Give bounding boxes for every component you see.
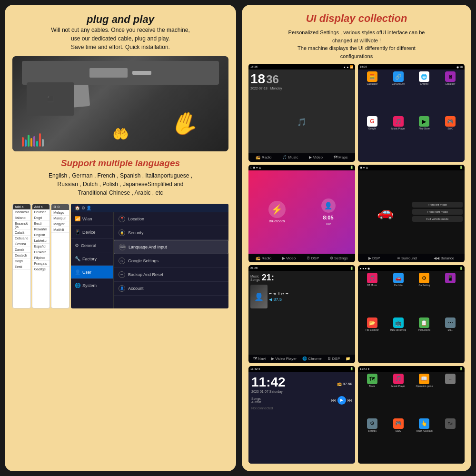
menu-user-label: User (82, 270, 91, 275)
nav-bottom-bar-3: 📻 Radio ▶ Video 🎚 DSP ⚙ Settings (248, 254, 355, 262)
car-seat-display: 🚗 Front left mode Front right mode Full … (358, 170, 465, 254)
menu-device-label: Device (82, 230, 96, 235)
app-placeholder: 📱 (438, 273, 463, 316)
app-playstore: ▶ Play Store (412, 116, 437, 159)
nav-radio: 📻 Radio (256, 155, 271, 159)
clock-date: 2022-07-18 Monday (250, 87, 353, 90)
ui-cell-app-grid: 18:39◉ 18 🧮 Calculator 🔗 Car Link 2.0 🌐 (358, 64, 465, 162)
app-instructions: 📋 Instructions (412, 317, 437, 361)
app-settings-3: ⚙ Settings (360, 418, 385, 462)
nav-filemgr: 📁 (346, 357, 350, 361)
submenu-google[interactable]: G Google Settings (114, 254, 228, 268)
app-fileexplorer: 📂 File Explorer (360, 317, 385, 361)
car-installation-image: ⬛ 🤲 (12, 56, 228, 151)
app-btmusic: 🎵 BT Music (360, 273, 385, 316)
app-grid2-display: 🎵 BT Music 🚗 Car Info ⚙ CarSetting � (358, 271, 465, 363)
menu-system[interactable]: 🌐 System (71, 279, 113, 292)
nav-dsp-3: 🎚 DSP (307, 256, 319, 260)
menu-general-label: General (81, 243, 96, 248)
statusbar-6: ● ● ● ◉🔋 (358, 265, 465, 271)
nav-music: 🎵 Music (282, 155, 298, 159)
submenu-location-label: Location (128, 217, 144, 221)
menu-wlan[interactable]: 📶 Wlan (71, 212, 113, 226)
nav-surround-tab: ≋ Surround (397, 256, 417, 260)
submenu-account-label: Account (128, 286, 144, 291)
seat-front-left[interactable]: Front left mode (412, 202, 463, 208)
app-more2: Tur (438, 418, 463, 462)
submenu-col: 📍 Location 🔒 Security ⌨ Lanquaqe And Inp… (114, 212, 228, 308)
nav-navi: 🗺 Navi (253, 357, 266, 361)
menu-device[interactable]: 📱 Device (71, 226, 113, 239)
app-swc-3: 🎮 SWC (386, 418, 411, 462)
clock2-time-value: 11:42 (251, 375, 286, 390)
nav-chrome-5: 🌐 Chrome (302, 357, 322, 361)
app-equalizer: 🎚 Equalizer (438, 71, 463, 115)
app-carsetting: ⚙ CarSetting (412, 273, 437, 316)
app-music-player-3: 🎵 Music Player (386, 374, 411, 417)
nav-radio-3: 📻 Radio (256, 256, 271, 260)
ui-cell-clock2: 11:42 ●🔋 11:42 2023-01-07 Saturday 📻 87.… (248, 366, 355, 464)
menu-factory[interactable]: 🔧 Factory (71, 252, 113, 266)
nav-dsp-eq: 🎚 DSP (327, 357, 340, 361)
statusbar-4: ◉ ● ▲🔋 (358, 165, 465, 170)
nav-settings-3: ⚙ Settings (330, 256, 348, 260)
submenu-backup[interactable]: ↩ Backup And Reset (114, 268, 228, 282)
nav-bottom-bar-1: 📻 Radio 🎵 Music ▶ Video 🗺 Maps (248, 153, 355, 162)
clock-display: 18 36 2022-07-18 Monday 🎵 (248, 69, 355, 153)
ui-cell-app-grid3: 11:42 ●🔋 🗺 Maps 🎵 Music Player 📖 (358, 366, 465, 464)
statusbar-8: 11:42 ●🔋 (358, 366, 465, 372)
settings-header: 🏠 ⚙ 👤 (71, 204, 228, 212)
bluetooth-display: ⚡ Bluetooth 👤 8:05 Tue (248, 170, 355, 254)
submenu-language-input[interactable]: ⌨ Lanquaqe And Input (114, 240, 228, 254)
app-touch-assistant: 👆 Touch Assistant (412, 418, 437, 462)
main-container: plug and play Will not cut any cables. O… (5, 5, 471, 471)
nav-video-player: ▶ Video Player (271, 357, 297, 361)
nav-balance-tab: ◀◀ Balance (434, 256, 454, 260)
ui-cell-app-grid2: ● ● ● ◉🔋 🎵 BT Music 🚗 Car Info ⚙ (358, 265, 465, 363)
submenu-language-label: Lanquaqe And Input (129, 245, 167, 249)
app-maps: 🗺 Maps (360, 374, 385, 417)
plug-text: Will not cut any cables. Once you receiv… (12, 26, 228, 51)
music-nav-display: MusicSongs 21: 👤 ⬅ ⏮ ⏸ ⏭ ➡ ◀ 87.5 (248, 271, 355, 355)
menu-system-label: System (82, 283, 97, 288)
app-carlink: 🔗 Car Link 2.0 (386, 71, 411, 115)
app-grid-display: 🧮 Calculator 🔗 Car Link 2.0 🌐 Chrome (358, 69, 465, 162)
submenu-location[interactable]: 📍 Location (114, 212, 228, 226)
right-panel: UI display collection Personalized Setti… (242, 5, 471, 471)
ui-cell-clock-home: 18:36● ▲ 📶 18 36 2022-07-18 Monday 🎵 (248, 64, 355, 162)
settings-mockup: Add a Indonesia Italiano Bosanski (la Ca… (12, 204, 228, 308)
statusbar-3: □ ◉ ● ▲🔋 (248, 165, 355, 170)
submenu-security[interactable]: 🔒 Security (114, 226, 228, 240)
app-placeholder2: ... (438, 374, 463, 417)
plug-section: plug and play Will not cut any cables. O… (12, 13, 228, 51)
clock2-display: 11:42 2023-01-07 Saturday 📻 87.50 SongsA… (248, 372, 355, 464)
ui-display-grid: 18:36● ▲ 📶 18 36 2022-07-18 Monday 🎵 (248, 64, 465, 464)
app-grid3-display: 🗺 Maps 🎵 Music Player 📖 Operation guide (358, 372, 465, 464)
app-music-player: 🎵 Music Player (386, 116, 411, 159)
ui-cell-car-seat: ◉ ● ▲🔋 🚗 Front left mode Front right mod… (358, 165, 465, 263)
languages-section: Support multiple languages English , Ger… (12, 158, 228, 197)
menu-user[interactable]: 👤 User (71, 266, 113, 279)
submenu-account[interactable]: 👤 Account (114, 282, 228, 296)
settings-screenshot-area: Add a Indonesia Italiano Bosanski (la Ca… (12, 204, 228, 463)
statusbar-7: 11:42 ●🔋 (248, 366, 355, 372)
app-more: ⋯ Ma... (438, 317, 463, 361)
statusbar-1: 18:36● ▲ 📶 (248, 64, 355, 69)
seat-front-right[interactable]: Front right mode (412, 209, 463, 215)
statusbar-2: 18:39◉ 18 (358, 64, 465, 69)
nav-maps: 🗺 Maps (334, 155, 348, 159)
languages-title: Support multiple languages (12, 158, 228, 169)
app-calculator: 🧮 Calculator (360, 71, 385, 115)
seat-full-vehicle[interactable]: Full vehicle mode (412, 216, 463, 222)
lang-list-panel-1: Add a Indonesia Italiano Bosanski (la Ca… (12, 204, 31, 308)
nav-dsp-tab: ▶ DSP (368, 256, 380, 260)
app-operation-guide: 📖 Operation guide (412, 374, 437, 417)
nav-bottom-bar-5: 🗺 Navi ▶ Video Player 🌐 Chrome 🎚 DSP 📁 (248, 355, 355, 363)
menu-factory-label: Factory (82, 257, 97, 261)
app-carinfo: 🚗 Car Info (386, 273, 411, 316)
app-swc: 🎮 SWC (438, 116, 463, 159)
nav-video: ▶ Video (309, 155, 323, 159)
ui-cell-music-nav: 21:28🔋 MusicSongs 21: 👤 ⬅ ⏮ ⏸ ⏭ ➡ (248, 265, 355, 363)
submenu-backup-label: Backup And Reset (128, 272, 163, 277)
menu-general[interactable]: ⚙ General (71, 239, 113, 252)
